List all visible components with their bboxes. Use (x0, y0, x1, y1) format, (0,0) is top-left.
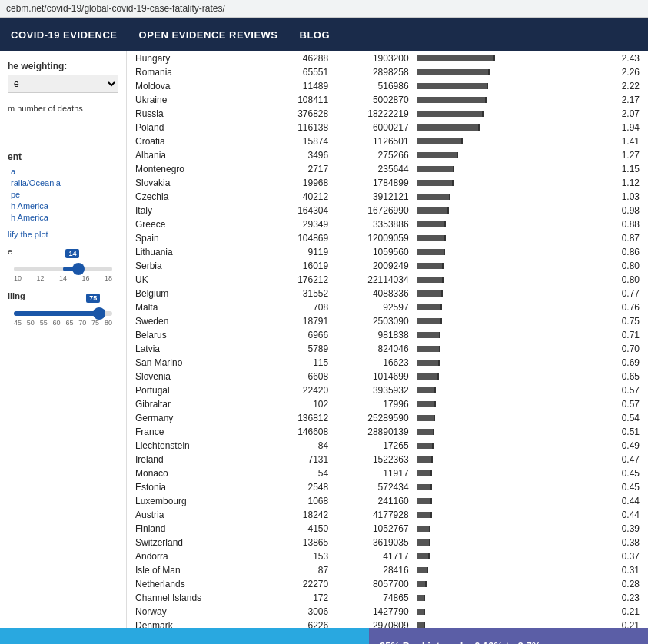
deaths-cell: 104869 (252, 231, 332, 245)
deaths-cell: 29349 (252, 217, 332, 231)
bar-cell (413, 605, 593, 619)
rate-cell: 0.86 (593, 245, 643, 259)
country-cell: Ukraine (131, 93, 252, 107)
rate-cell: 0.54 (593, 411, 643, 425)
table-row: Lithuania 9119 1059560 0.86 (131, 245, 643, 259)
table-row: Channel Islands 172 74865 0.23 (131, 591, 643, 605)
table-row: Moldova 11489 516986 2.22 (131, 79, 643, 93)
rate-cell: 2.22 (593, 79, 643, 93)
cases-cell: 572434 (332, 480, 412, 494)
table-row: Germany 136812 25289590 0.54 (131, 411, 643, 425)
country-cell: Netherlands (131, 577, 252, 591)
slider2-thumb[interactable]: 75 (93, 307, 105, 320)
deaths-cell: 102 (252, 397, 332, 411)
cases-cell: 92597 (332, 300, 412, 314)
country-cell: Czechia (131, 190, 252, 204)
rate-cell: 0.65 (593, 370, 643, 383)
deaths-cell: 13865 (252, 536, 332, 549)
slider2-track: 75 (14, 311, 112, 316)
cases-cell: 3912121 (332, 190, 412, 204)
table-row: Ireland 7131 1522363 0.47 (131, 453, 643, 466)
table-row: Switzerland 13865 3619035 0.38 (131, 536, 643, 549)
deaths-cell: 176212 (252, 273, 332, 287)
bar-cell (413, 397, 593, 411)
deaths-cell: 46288 (252, 51, 332, 65)
bar-cell (413, 342, 593, 356)
bar-cell (413, 204, 593, 217)
min-deaths-input[interactable] (8, 118, 118, 134)
table-row: Ukraine 108411 5002870 2.17 (131, 93, 643, 107)
cases-cell: 235644 (332, 162, 412, 176)
deaths-cell: 5789 (252, 342, 332, 356)
table-row: Monaco 54 11917 0.45 (131, 466, 643, 480)
rate-cell: 0.37 (593, 549, 643, 563)
country-cell: Italy (131, 204, 252, 217)
region-item[interactable]: h America (8, 213, 118, 222)
slider1-thumb[interactable]: 14 (72, 263, 85, 275)
country-cell: Malta (131, 300, 252, 314)
bar-cell (413, 231, 593, 245)
weighting-select[interactable]: e (8, 75, 118, 93)
cases-cell: 18222219 (332, 107, 412, 121)
cases-cell: 41717 (332, 549, 412, 563)
region-item[interactable]: h America (8, 201, 118, 211)
nav-covid19-evidence[interactable]: COVID-19 EVIDENCE (8, 23, 121, 47)
modify-plot-btn[interactable]: lify the plot (8, 230, 118, 239)
sidebar: he weighting: e m number of deaths ent a… (0, 51, 127, 628)
country-cell: Russia (131, 107, 252, 121)
cases-cell: 16623 (332, 356, 412, 370)
table-row: Finland 4150 1052767 0.39 (131, 522, 643, 536)
cases-cell: 981838 (332, 328, 412, 342)
region-item[interactable]: pe (8, 190, 118, 199)
table-row: Luxembourg 1068 241160 0.44 (131, 494, 643, 508)
table-row: Belarus 6966 981838 0.71 (131, 328, 643, 342)
nav-open-evidence[interactable]: OPEN EVIDENCE REVIEWS (136, 23, 281, 47)
deaths-cell: 153 (252, 549, 332, 563)
table-row: Albania 3496 275266 1.27 (131, 148, 643, 162)
country-cell: Lithuania (131, 245, 252, 259)
table-row: UK 176212 22114034 0.80 (131, 273, 643, 287)
cases-cell: 1059560 (332, 245, 412, 259)
country-cell: Belgium (131, 287, 252, 300)
rate-cell: 0.87 (593, 231, 643, 245)
slider1-ticks: 1012141618 (14, 274, 112, 282)
table-area: Hungary 46288 1903200 2.43 Romania 65551… (127, 51, 648, 628)
country-cell: Monaco (131, 466, 252, 480)
bar-cell (413, 148, 593, 162)
region-item[interactable]: a (8, 167, 118, 176)
rate-cell: 0.23 (593, 591, 643, 605)
rate-cell: 1.12 (593, 176, 643, 190)
country-cell: Slovakia (131, 176, 252, 190)
rate-cell: 1.27 (593, 148, 643, 162)
rate-cell: 0.98 (593, 204, 643, 217)
country-cell: Belarus (131, 328, 252, 342)
nav-blog[interactable]: BLOG (297, 23, 334, 47)
slider2-ticks: 4550556065707580 (14, 319, 112, 327)
table-row: Slovakia 19968 1784899 1.12 (131, 176, 643, 190)
table-row: Montenegro 2717 235644 1.15 (131, 162, 643, 176)
rate-cell: 0.45 (593, 480, 643, 494)
cases-cell: 17996 (332, 397, 412, 411)
slider2-fill (14, 311, 99, 316)
table-row: San Marino 115 16623 0.69 (131, 356, 643, 370)
regions-list: aralia/Oceaniapeh Americah America (8, 167, 118, 222)
rate-cell: 0.21 (593, 619, 643, 628)
table-row: Netherlands 22270 8057700 0.28 (131, 577, 643, 591)
country-cell: Austria (131, 508, 252, 522)
regions-section-title: ent (8, 151, 118, 162)
rate-cell: 0.44 (593, 508, 643, 522)
rate-cell: 1.03 (593, 190, 643, 204)
deaths-cell: 87 (252, 563, 332, 577)
table-row: Austria 18242 4177928 0.44 (131, 508, 643, 522)
bar-cell (413, 93, 593, 107)
bar-cell (413, 65, 593, 79)
deaths-cell: 11489 (252, 79, 332, 93)
bar-cell (413, 466, 593, 480)
bar-cell (413, 425, 593, 439)
data-table: Hungary 46288 1903200 2.43 Romania 65551… (131, 51, 643, 628)
bar-cell (413, 619, 593, 628)
cases-cell: 2970809 (332, 619, 412, 628)
table-row: Italy 164304 16726990 0.98 (131, 204, 643, 217)
region-item[interactable]: ralia/Oceania (8, 178, 118, 188)
rate-cell: 0.45 (593, 466, 643, 480)
